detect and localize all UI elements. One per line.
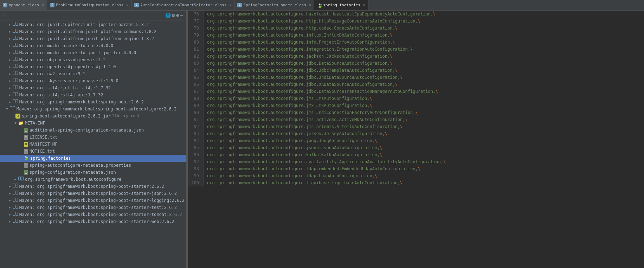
tree-item-21[interactable]: fspring-autoconfigure-metadata.propertie…	[0, 162, 186, 169]
tree-icon-20: 🍃	[24, 155, 29, 162]
line-number-89: 89	[188, 102, 204, 109]
tree-item-18[interactable]: MMANIFEST.MF	[0, 141, 186, 148]
tree-icon-4	[13, 42, 18, 49]
tree-label-7: Maven: org.opentest4j:opentest4j:1.2.0	[19, 63, 116, 70]
tree-item-17[interactable]: fLICENSE.txt	[0, 134, 186, 141]
tree-item-29[interactable]: ▶Maven: org.springframework.boot:spring-…	[0, 218, 186, 225]
tree-item-16[interactable]: {}additional-spring-configuration-metada…	[0, 127, 186, 134]
tree-item-1[interactable]: ▶Maven: org.junit.jupiter:junit-jupiter-…	[0, 21, 186, 28]
tree-arrow-3[interactable]: ▶	[7, 35, 13, 42]
minimize-icon[interactable]: —	[180, 13, 183, 18]
tree-icon-26	[13, 197, 18, 204]
tree-item-4[interactable]: ▶Maven: org.mockito:mockito-core:4.0.0	[0, 42, 186, 49]
tree-arrow-8[interactable]: ▶	[7, 70, 13, 77]
tree-item-10[interactable]: ▶Maven: org.slf4j:jul-to-slf4j:1.7.32	[0, 84, 186, 91]
tab-icon-loader: C	[237, 3, 242, 7]
tab-springfactories[interactable]: 🍃spring.factories×	[314, 0, 368, 10]
line-number-99: 99	[188, 172, 204, 179]
code-line-85: 85org.springframework.boot.autoconfigure…	[188, 74, 644, 81]
settings-icon[interactable]: ⚙	[176, 13, 179, 18]
line-content-78: org.springframework.boot.autoconfigure.h…	[204, 25, 398, 32]
tree-item-19[interactable]: fNOTICE.txt	[0, 148, 186, 155]
tree-item-27[interactable]: ▶Maven: org.springframework.boot:spring-…	[0, 204, 186, 211]
globe-icon[interactable]: 🌐	[165, 13, 171, 18]
tree-item-14[interactable]: Jspring-boot-autoconfigure-2.6.2.jarlibr…	[0, 113, 186, 120]
tree-arrow-29[interactable]: ▶	[7, 218, 13, 225]
tab-close-enableauto[interactable]: ×	[126, 3, 128, 7]
code-line-86: 86org.springframework.boot.autoconfigure…	[188, 81, 644, 88]
line-number-94: 94	[188, 137, 204, 144]
tab-autoimport[interactable]: CAutoConfigurationImportSelector.class×	[131, 0, 234, 10]
tree-arrow-10[interactable]: ▶	[7, 84, 13, 91]
tab-component[interactable]: Cnponent.class×	[0, 0, 47, 10]
line-content-79: org.springframework.boot.autoconfigure.i…	[204, 32, 392, 39]
tree-item-2[interactable]: ▶Maven: org.junit.platform:junit-platfor…	[0, 28, 186, 35]
tree-item-9[interactable]: ▶Maven: org.skyscreamer:jsonassert:1.5.0	[0, 77, 186, 84]
tree-item-25[interactable]: ▶Maven: org.springframework.boot:spring-…	[0, 190, 186, 197]
tree-item-12[interactable]: ▶Maven: org.springframework.boot:spring-…	[0, 98, 186, 106]
tab-label-enableauto: EnableAutoConfiguration.class	[56, 3, 123, 7]
tree-arrow-25[interactable]: ▶	[7, 190, 13, 197]
tree-arrow-26[interactable]: ▶	[7, 197, 13, 204]
tree-item-15[interactable]: ▼📁META-INF	[0, 120, 186, 127]
tree-item-22[interactable]: {}spring-configuration-metadata.json	[0, 169, 186, 176]
tab-close-loader[interactable]: ×	[309, 3, 311, 7]
tab-icon-springfactories: 🍃	[317, 3, 322, 7]
tree-item-6[interactable]: ▶Maven: org.objenesis:objenesis:3.2	[0, 56, 186, 63]
tree-label-13: Maven: org.springframework.boot:spring-b…	[17, 106, 176, 113]
line-number-76: 76	[188, 11, 204, 18]
line-number-95: 95	[188, 144, 204, 151]
tree-icon-3	[13, 35, 18, 42]
tree-arrow-5[interactable]: ▶	[7, 49, 13, 56]
code-line-76: 76org.springframework.boot.autoconfigure…	[188, 11, 644, 18]
tree-item-24[interactable]: ▶Maven: org.springframework.boot:spring-…	[0, 183, 186, 190]
tree-arrow-12[interactable]: ▶	[7, 98, 13, 106]
tree-arrow-11[interactable]: ▶	[7, 91, 13, 98]
tree-label-6: Maven: org.objenesis:objenesis:3.2	[19, 56, 106, 63]
line-number-86: 86	[188, 81, 204, 88]
tree-arrow-1[interactable]: ▶	[7, 21, 13, 28]
tree-item-13[interactable]: ▼Maven: org.springframework.boot:spring-…	[0, 106, 186, 113]
tree-item-26[interactable]: ▶Maven: org.springframework.boot:spring-…	[0, 197, 186, 204]
layout-icon[interactable]: ⊟	[172, 13, 175, 18]
code-line-77: 77org.springframework.boot.autoconfigure…	[188, 18, 644, 25]
tree-item-28[interactable]: ▶Maven: org.springframework.boot:spring-…	[0, 211, 186, 218]
tree-arrow-4[interactable]: ▶	[7, 42, 13, 49]
tree-label-4: Maven: org.mockito:mockito-core:4.0.0	[19, 42, 113, 49]
line-number-91: 91	[188, 116, 204, 123]
tree-item-20[interactable]: 🍃spring.factories	[0, 155, 186, 162]
tree-arrow-24[interactable]: ▶	[7, 183, 13, 190]
tree-arrow-7[interactable]: ▶	[7, 63, 13, 70]
tree-icon-6	[13, 56, 18, 63]
tree-item-5[interactable]: ▶Maven: org.mockito:mockito-junit-jupite…	[0, 49, 186, 56]
tab-loader[interactable]: CSpringFactoriesLoader.class×	[234, 0, 314, 10]
line-content-76: org.springframework.boot.autoconfigure.h…	[204, 11, 436, 18]
tree-item-3[interactable]: ▶Maven: org.junit.platform:junit-platfor…	[0, 35, 186, 42]
tab-close-springfactories[interactable]: ×	[363, 3, 365, 7]
tree-arrow-28[interactable]: ▶	[7, 211, 13, 218]
tree-item-11[interactable]: ▶Maven: org.slf4j:slf4j-api:1.7.32	[0, 91, 186, 98]
tree-arrow-15[interactable]: ▼	[13, 120, 18, 127]
tab-close-autoimport[interactable]: ×	[229, 3, 231, 7]
tree-arrow-23[interactable]: ▶	[13, 176, 18, 183]
tree-arrow-27[interactable]: ▶	[7, 204, 13, 211]
tree-arrow-2[interactable]: ▶	[7, 28, 13, 35]
tab-close-component[interactable]: ×	[42, 3, 44, 7]
tree-icon-16: {}	[24, 127, 28, 134]
tree-label-28: Maven: org.springframework.boot:spring-b…	[19, 211, 182, 218]
code-area[interactable]: 76org.springframework.boot.autoconfigure…	[188, 11, 644, 268]
tree-item-7[interactable]: ▶Maven: org.opentest4j:opentest4j:1.2.0	[0, 63, 186, 70]
tree-icon-10	[13, 84, 18, 91]
line-number-77: 77	[188, 18, 204, 25]
tree-item-23[interactable]: ▶org.springframework.boot.autoconfigure	[0, 176, 186, 183]
tree-arrow-9[interactable]: ▶	[7, 77, 13, 84]
line-content-94: org.springframework.boot.autoconfigure.j…	[204, 137, 377, 144]
code-line-90: 90org.springframework.boot.autoconfigure…	[188, 109, 644, 116]
tree-label-27: Maven: org.springframework.boot:spring-b…	[19, 204, 177, 211]
tree-arrow-13[interactable]: ▼	[4, 106, 10, 113]
tree-arrow-6[interactable]: ▶	[7, 56, 13, 63]
tree-icon-25	[13, 190, 18, 197]
code-line-83: 83org.springframework.boot.autoconfigure…	[188, 60, 644, 67]
tab-enableauto[interactable]: CEnableAutoConfiguration.class×	[47, 0, 131, 10]
tree-item-8[interactable]: ▶Maven: org.ow2.asm:asm:9.1	[0, 70, 186, 77]
